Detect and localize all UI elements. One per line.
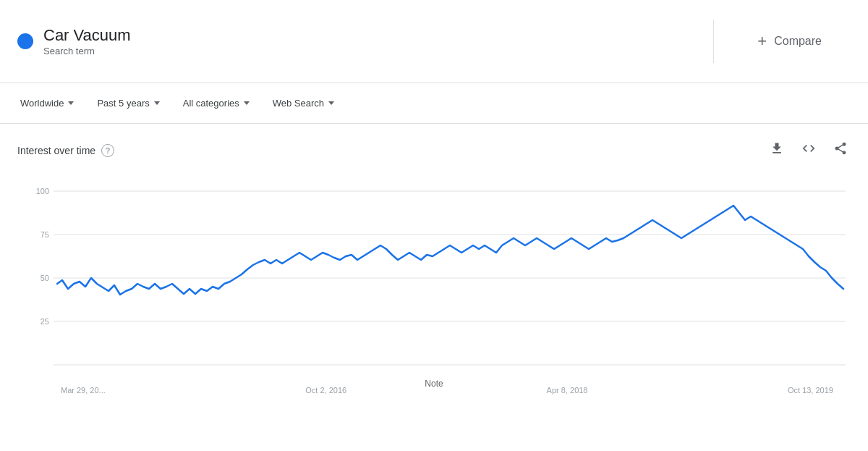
- term-text: Car Vacuum Search term: [43, 26, 131, 56]
- term-type: Search term: [43, 46, 95, 56]
- category-chevron-icon: [244, 101, 250, 105]
- compare-plus-icon: +: [757, 32, 767, 51]
- action-icons: [767, 138, 851, 162]
- interest-title-row: Interest over time ?: [17, 144, 114, 157]
- interest-chart: 100 75 50 25: [17, 177, 851, 379]
- interest-section: Interest over time ?: [0, 124, 868, 162]
- embed-button[interactable]: [799, 138, 819, 162]
- category-label: All categories: [183, 98, 239, 109]
- svg-text:75: 75: [41, 230, 49, 239]
- term-color-dot: [17, 33, 33, 49]
- svg-text:50: 50: [41, 274, 49, 282]
- header: Car Vacuum Search term + Compare: [0, 0, 868, 83]
- search-type-chevron-icon: [328, 101, 334, 105]
- x-label-0: Mar 29, 20...: [61, 386, 106, 395]
- compare-label: Compare: [774, 35, 822, 48]
- x-label-1: Oct 2, 2016: [305, 386, 346, 395]
- share-button[interactable]: [830, 138, 851, 162]
- x-label-3: Oct 13, 2019: [788, 386, 833, 395]
- compare-section[interactable]: + Compare: [728, 32, 851, 51]
- note-label: Note: [425, 379, 443, 389]
- x-label-2: Apr 8, 2018: [547, 386, 588, 395]
- time-label: Past 5 years: [97, 98, 149, 109]
- header-divider: [713, 20, 714, 63]
- help-icon[interactable]: ?: [101, 144, 114, 157]
- interest-title: Interest over time: [17, 145, 95, 156]
- download-button[interactable]: [767, 138, 787, 162]
- filter-bar: Worldwide Past 5 years All categories We…: [0, 83, 868, 124]
- location-filter[interactable]: Worldwide: [12, 93, 82, 113]
- term-title: Car Vacuum: [43, 26, 131, 45]
- location-chevron-icon: [68, 101, 74, 105]
- svg-text:100: 100: [36, 187, 49, 195]
- time-chevron-icon: [154, 101, 160, 105]
- trend-line: [57, 206, 843, 295]
- search-term-block: Car Vacuum Search term: [17, 26, 699, 56]
- svg-text:25: 25: [41, 317, 49, 326]
- chart-container: 100 75 50 25 Note Mar 29, 20... Oct 2, 2…: [0, 169, 868, 423]
- interest-header: Interest over time ?: [17, 138, 851, 162]
- category-filter[interactable]: All categories: [174, 93, 258, 113]
- time-filter[interactable]: Past 5 years: [88, 93, 168, 113]
- search-type-label: Web Search: [273, 98, 324, 109]
- search-type-filter[interactable]: Web Search: [264, 93, 343, 113]
- location-label: Worldwide: [20, 98, 64, 109]
